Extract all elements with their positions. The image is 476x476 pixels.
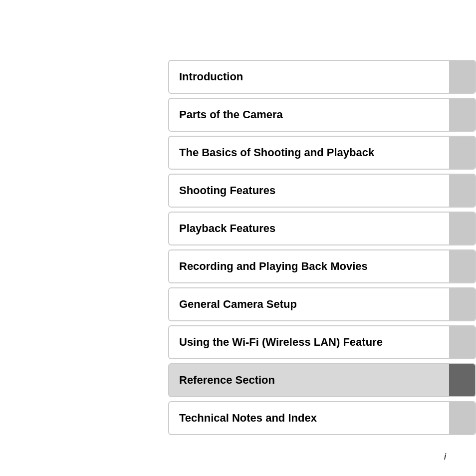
toc-item-label-6: General Camera Setup bbox=[169, 288, 449, 320]
toc-item-tab-7 bbox=[449, 326, 475, 358]
toc-item-tab-1 bbox=[449, 99, 475, 131]
toc-item-label-9: Technical Notes and Index bbox=[169, 402, 449, 434]
toc-item-tab-8 bbox=[449, 364, 475, 396]
toc-item-9[interactable]: Technical Notes and Index bbox=[168, 401, 476, 435]
toc-item-7[interactable]: Using the Wi-Fi (Wireless LAN) Feature bbox=[168, 325, 476, 359]
toc-item-label-0: Introduction bbox=[169, 61, 449, 93]
toc-item-tab-0 bbox=[449, 61, 475, 93]
toc-item-label-5: Recording and Playing Back Movies bbox=[169, 250, 449, 282]
toc-item-5[interactable]: Recording and Playing Back Movies bbox=[168, 249, 476, 283]
page-number: i bbox=[444, 452, 446, 462]
toc-item-4[interactable]: Playback Features bbox=[168, 212, 476, 245]
toc-item-tab-5 bbox=[449, 250, 475, 282]
toc-list: IntroductionParts of the CameraThe Basic… bbox=[168, 60, 476, 435]
toc-item-3[interactable]: Shooting Features bbox=[168, 174, 476, 208]
toc-item-tab-3 bbox=[449, 175, 475, 207]
toc-item-label-3: Shooting Features bbox=[169, 175, 449, 207]
toc-item-label-8: Reference Section bbox=[169, 364, 449, 396]
toc-item-label-7: Using the Wi-Fi (Wireless LAN) Feature bbox=[169, 326, 449, 358]
toc-item-tab-6 bbox=[449, 288, 475, 320]
toc-item-tab-9 bbox=[449, 402, 475, 434]
toc-item-1[interactable]: Parts of the Camera bbox=[168, 98, 476, 132]
toc-item-8[interactable]: Reference Section bbox=[168, 363, 476, 397]
toc-item-label-1: Parts of the Camera bbox=[169, 99, 449, 131]
toc-item-0[interactable]: Introduction bbox=[168, 60, 476, 94]
toc-item-6[interactable]: General Camera Setup bbox=[168, 287, 476, 321]
toc-item-2[interactable]: The Basics of Shooting and Playback bbox=[168, 136, 476, 170]
toc-item-tab-4 bbox=[449, 213, 475, 244]
toc-item-tab-2 bbox=[449, 137, 475, 169]
toc-item-label-4: Playback Features bbox=[169, 213, 449, 244]
toc-item-label-2: The Basics of Shooting and Playback bbox=[169, 137, 449, 169]
